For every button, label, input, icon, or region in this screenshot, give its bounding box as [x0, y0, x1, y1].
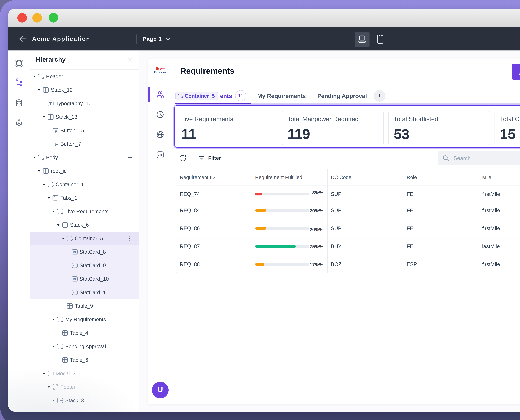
svg-text:123: 123 [73, 264, 77, 267]
svg-text:123: 123 [73, 291, 77, 294]
svg-text:123: 123 [73, 251, 77, 253]
svg-text:123: 123 [73, 278, 77, 280]
